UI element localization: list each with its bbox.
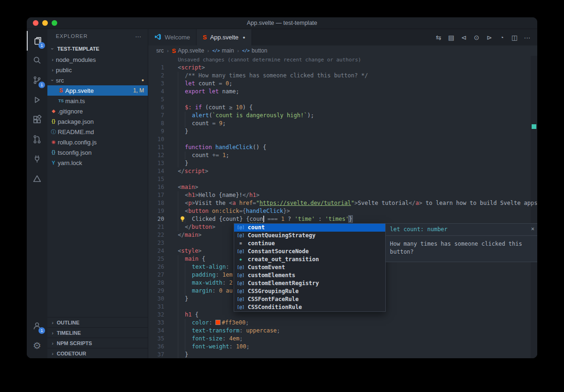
line-number: 1 [148,64,171,72]
lightbulb-icon[interactable] [179,216,186,222]
sidebar-more-actions-icon[interactable]: ··· [135,33,141,40]
tree-item-app-svelte[interactable]: SApp.svelte1, M [47,85,148,96]
next-change-icon[interactable]: ⊳ [483,32,495,43]
workspace-section-header[interactable]: › TEST-TEMPLATE [47,43,148,54]
code-line[interactable]: 35font-size: 4em; [148,335,537,343]
activity-item-source-control[interactable]: 1 [27,70,47,90]
toggle-blame-icon[interactable]: ▤ [445,32,457,43]
tree-item-yarn-lock[interactable]: Yyarn.lock [47,158,148,168]
breadcrumb-item-src[interactable]: src [156,47,164,54]
activity-item-codetour[interactable] [27,169,47,188]
revision-icon[interactable]: ⊙ [470,32,483,43]
code-line[interactable]: 12count += 1; [148,151,537,159]
titlebar[interactable]: App.svelte — test-template [27,17,537,29]
tree-item-public[interactable]: ›public [47,65,148,75]
code-line[interactable]: 18<p>Visit the <a href="https://svelte.d… [148,199,537,207]
breadcrumb-item-app-svelte[interactable]: SApp.svelte [172,47,204,54]
tree-item-label: main.ts [65,98,144,105]
tree-item--gitignore[interactable]: ◆.gitignore [47,106,148,116]
suggest-item-cssfontfacerule[interactable]: [@]CSSFontFaceRule [234,295,385,303]
code-line[interactable]: 5 [148,96,537,104]
tree-item-node-modules[interactable]: ›node_modules [47,54,148,65]
prev-change-icon[interactable]: ⊲ [457,32,470,43]
suggest-item-cssconditionrule[interactable]: [@]CSSConditionRule [234,303,385,311]
more-actions-icon[interactable]: ··· [521,32,534,43]
activity-item-search[interactable] [27,51,47,70]
code-line[interactable]: 32h1 { [148,311,537,319]
suggest-item-create_out_transition[interactable]: ◈create_out_transition [234,256,385,264]
activity-item-settings[interactable]: ⚙ [27,336,47,355]
code-line[interactable]: 7alert(`count is dangerously high!`); [148,112,537,120]
code-line[interactable]: 16<main> [148,183,537,191]
tab-welcome[interactable]: Welcome [148,29,197,45]
tree-item-package-json[interactable]: {}package.json [47,116,148,127]
code-line[interactable]: 19<button on:click={handleClick}> [148,207,537,215]
code-line[interactable]: 1<script> [148,64,537,72]
close-icon[interactable]: × [531,225,534,233]
activity-item-remote[interactable] [27,149,47,169]
breadcrumb-item-button[interactable]: </>button [242,47,267,54]
open-changes-icon[interactable]: ⇆ [432,32,445,43]
code-line[interactable]: 11function handleClick() { [148,143,537,151]
close-window-button[interactable] [33,20,38,26]
code-line[interactable]: 8count = 9; [148,120,537,128]
tab-app-svelte[interactable]: SApp.svelte● [197,29,252,45]
activity-item-accounts[interactable]: 1 [27,316,47,336]
code-line[interactable]: 6$: if (count ≥ 10) { [148,104,537,112]
code-line[interactable]: 36font-weight: 100; [148,343,537,351]
tree-item-label: tsconfig.json [58,149,144,156]
activity-item-github-pr[interactable] [27,129,47,149]
suggest-item-constantsourcenode[interactable]: [@]ConstantSourceNode [234,248,385,256]
file-history-icon[interactable]: ◔ [495,32,508,43]
sidebar-panel-codetour[interactable]: ›CODETOUR [47,348,148,358]
code-line[interactable]: 9} [148,128,537,136]
suggest-item-count[interactable]: [@]count [234,224,385,232]
code-line[interactable]: 13} [148,159,537,167]
code-line[interactable]: 2/** How many times has someone clicked … [148,72,537,80]
suggest-item-cssgroupingrule[interactable]: [@]CSSGroupingRule [234,287,385,295]
line-number: 8 [148,120,171,128]
tree-item-main-ts[interactable]: TSmain.ts [47,96,148,106]
code-line[interactable]: 14</script> [148,167,537,175]
tab-label: App.svelte [210,34,239,41]
symbol-field-icon: [@] [236,287,245,295]
vscode-window: App.svelte — test-template 11 1⚙ EXPLORE… [27,17,537,358]
code-line[interactable]: 10 [148,136,537,143]
suggest-item-countqueuingstrategy[interactable]: [@]CountQueuingStrategy [234,232,385,240]
split-editor-icon[interactable]: ◫ [508,32,521,43]
tree-item-tsconfig-json[interactable]: {}tsconfig.json [47,147,148,158]
activity-item-extensions[interactable] [27,110,47,129]
minimize-window-button[interactable] [42,20,48,26]
traffic-lights [33,20,57,26]
tree-item-src[interactable]: ›src● [47,75,148,85]
suggest-item-customelementregistry[interactable]: [@]CustomElementRegistry [234,279,385,287]
sidebar-panel-timeline[interactable]: ›TIMELINE [47,327,148,338]
code-line[interactable]: 4export let name; [148,88,537,96]
suggest-item-continue[interactable]: ≡continue [234,240,385,248]
symbol-field-icon: [@] [236,295,245,303]
overview-ruler[interactable] [531,56,537,358]
sidebar-panel-outline[interactable]: ›OUTLINE [47,317,148,327]
line-number: 18 [148,199,171,207]
tree-item-rollup-config-js[interactable]: ◉rollup.config.js [47,137,148,147]
sidebar-panel-npm-scripts[interactable]: ›NPM SCRIPTS [47,338,148,348]
code-line[interactable]: 17<h1>Hello {name}!</h1> [148,191,537,199]
suggest-signature: let count: number [386,224,537,236]
line-number: 32 [148,311,171,319]
code-line[interactable]: 15 [148,175,537,183]
maximize-window-button[interactable] [52,20,57,26]
code-line[interactable]: 20Clicked {count} {coun === 1 ? 'time' :… [148,215,537,223]
sidebar-title: EXPLORER [56,33,88,39]
tree-item-readme-md[interactable]: ⓘREADME.md [47,127,148,137]
activity-item-files[interactable]: 1 [27,31,47,51]
breadcrumb-item-main[interactable]: </>main [212,47,234,54]
code-editor[interactable]: Unsaved changes (cannot determine recent… [148,56,537,358]
suggest-item-customevent[interactable]: [@]CustomEvent [234,264,385,271]
suggest-item-customelements[interactable]: [@]customElements [234,271,385,279]
code-line[interactable]: 37} [148,351,537,358]
code-line[interactable]: 33color: #ff3e00; [148,319,537,327]
code-line[interactable]: 34text-transform: uppercase; [148,327,537,335]
tree-item-label: src [56,77,139,84]
code-line[interactable]: 3let count = 0; [148,80,537,88]
activity-item-run-debug[interactable] [27,90,47,110]
